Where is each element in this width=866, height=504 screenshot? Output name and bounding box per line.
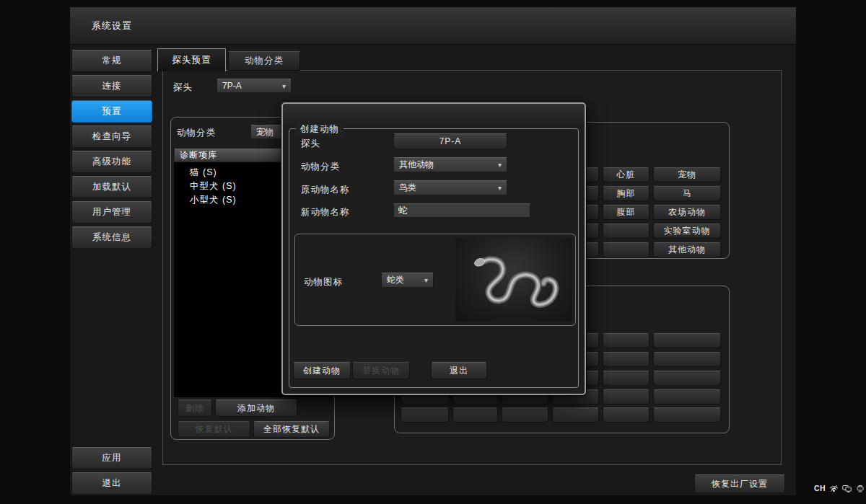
animal-preview xyxy=(455,238,572,322)
sidebar-item-connection[interactable]: 连接 xyxy=(71,75,152,97)
window-title: 系统设置 xyxy=(92,19,132,32)
exit-button[interactable]: 退出 xyxy=(71,472,152,495)
preset-slot[interactable] xyxy=(603,242,650,257)
new-name-input[interactable] xyxy=(393,203,530,218)
sidebar-item-general[interactable]: 常规 xyxy=(71,50,152,72)
preset-slot[interactable] xyxy=(653,389,721,404)
sidebar-item-user-management[interactable]: 用户管理 xyxy=(71,201,152,224)
bodypart-button-heart[interactable]: 心脏 xyxy=(603,167,650,182)
chevron-down-icon: ▾ xyxy=(498,184,502,192)
dual-display-icon[interactable] xyxy=(842,484,852,493)
restore-default-button[interactable]: 恢复默认 xyxy=(178,421,250,438)
dialog-icon-label: 动物图标 xyxy=(304,276,343,288)
preset-slot[interactable] xyxy=(653,371,721,386)
preset-slot[interactable] xyxy=(603,371,650,386)
snake-icon xyxy=(460,242,568,317)
chevron-down-icon: ▾ xyxy=(498,161,502,169)
category-panel-title: 动物分类 xyxy=(177,127,216,139)
wifi-icon[interactable] xyxy=(829,484,839,493)
restore-all-default-button[interactable]: 全部恢复默认 xyxy=(253,421,330,438)
sidebar-item-exam-wizard[interactable]: 检查向导 xyxy=(71,125,152,148)
preset-slot[interactable] xyxy=(552,407,599,423)
bodypart-button-abdomen[interactable]: 腹部 xyxy=(603,205,650,220)
system-status-bar: CH xyxy=(814,480,865,496)
replace-animal-button[interactable]: 替换动物 xyxy=(352,362,410,379)
add-animal-button[interactable]: 添加动物 xyxy=(215,399,297,417)
preset-slot[interactable] xyxy=(653,407,721,423)
icon-select[interactable]: 蛇类 ▾ xyxy=(381,273,434,288)
category-button-pet[interactable]: 宠物 xyxy=(653,167,721,182)
category-button-horse[interactable]: 马 xyxy=(653,186,721,201)
preset-slot[interactable] xyxy=(653,352,721,367)
dialog-new-name-label: 新动物名称 xyxy=(301,206,350,218)
sidebar-item-preset[interactable]: 预置 xyxy=(71,100,152,123)
dialog-probe-label: 探头 xyxy=(301,138,320,150)
preset-slot[interactable] xyxy=(603,333,650,348)
dialog-category-label: 动物分类 xyxy=(301,161,340,173)
chevron-down-icon: ▾ xyxy=(424,276,428,284)
delete-button[interactable]: 删除 xyxy=(178,399,212,417)
usb-icon[interactable] xyxy=(856,484,865,493)
tab-probe-preset[interactable]: 探头预置 xyxy=(157,48,226,71)
preset-slot[interactable] xyxy=(653,333,721,348)
dialog-exit-button[interactable]: 退出 xyxy=(431,362,487,379)
preset-slot[interactable] xyxy=(401,407,449,423)
dialog-title: 创建动物 xyxy=(296,123,344,136)
apply-button[interactable]: 应用 xyxy=(71,447,152,469)
preset-slot[interactable] xyxy=(603,407,650,423)
tab-animal-category[interactable]: 动物分类 xyxy=(228,51,300,71)
sidebar-item-system-info[interactable]: 系统信息 xyxy=(71,226,152,249)
settings-window: 系统设置 常规 连接 预置 检查向导 高级功能 加载默认 用户管理 系统信息 应… xyxy=(70,7,796,495)
language-indicator: CH xyxy=(814,484,826,492)
probe-label: 探头 xyxy=(173,81,193,94)
dialog-probe-value: 7P-A xyxy=(393,133,507,149)
category-button-lab-animal[interactable]: 实验室动物 xyxy=(653,224,721,239)
preset-slot[interactable] xyxy=(452,407,498,423)
preset-slot[interactable] xyxy=(603,352,650,367)
sidebar-item-advanced[interactable]: 高级功能 xyxy=(71,151,152,173)
dialog-source-select[interactable]: 鸟类 ▾ xyxy=(393,180,507,195)
create-animal-dialog: 创建动物 探头 7P-A 动物分类 其他动物 ▾ 原动物名称 鸟类 ▾ 新动物名… xyxy=(281,102,586,395)
probe-select[interactable]: 7P-A ▾ xyxy=(216,79,292,93)
category-button-other-animal[interactable]: 其他动物 xyxy=(653,242,721,257)
create-animal-button[interactable]: 创建动物 xyxy=(293,362,351,379)
preset-slot[interactable] xyxy=(603,224,650,239)
sidebar-item-load-default[interactable]: 加载默认 xyxy=(71,176,152,198)
dialog-source-label: 原动物名称 xyxy=(301,184,350,196)
factory-reset-button[interactable]: 恢复出厂设置 xyxy=(694,474,785,493)
dialog-category-select[interactable]: 其他动物 ▾ xyxy=(393,157,507,172)
preset-slot[interactable] xyxy=(603,389,650,404)
preset-slot[interactable] xyxy=(502,407,548,423)
category-button-farm-animal[interactable]: 农场动物 xyxy=(653,205,721,220)
bodypart-button-chest[interactable]: 胸部 xyxy=(603,186,650,201)
chevron-down-icon: ▾ xyxy=(282,82,286,90)
title-bar: 系统设置 xyxy=(70,7,796,45)
